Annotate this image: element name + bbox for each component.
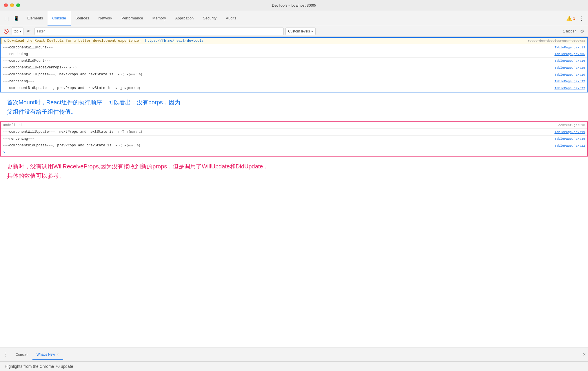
tab-application[interactable]: Application xyxy=(171,11,199,26)
close-drawer-button[interactable]: × xyxy=(582,352,586,358)
row-source[interactable]: react-dom.development.js:20723 xyxy=(523,38,585,43)
tab-sources[interactable]: Sources xyxy=(71,11,94,26)
annotation-1-text: 首次Mount时，React组件的执行顺序，可以看出，没有porps，因为父组件… xyxy=(7,99,180,115)
row-source[interactable]: content.js:390 xyxy=(554,123,585,128)
console-output: ⚠ Download the React DevTools for a bett… xyxy=(0,37,588,348)
eye-icon-button[interactable]: 👁 xyxy=(25,28,33,35)
annotation-1: 首次Mount时，React组件的执行顺序，可以看出，没有porps，因为父组件… xyxy=(0,93,588,121)
hidden-count: 1 hidden xyxy=(563,29,576,33)
drawer-footer-text: Highlights from the Chrome 70 update xyxy=(5,364,73,369)
red-section: undefined content.js:390 ---componentWil… xyxy=(0,121,588,157)
tab-performance[interactable]: Performance xyxy=(117,11,148,26)
nav-icons: ⬚ 📱 xyxy=(2,14,20,23)
mobile-icon: 📱 xyxy=(13,16,19,21)
row-source[interactable]: TablePage.jsx:22 xyxy=(550,86,585,91)
blue-section: ⚠ Download the React DevTools for a bett… xyxy=(0,37,588,92)
table-row: ---componentWillMount--- TablePage.jsx:1… xyxy=(1,44,587,51)
row-source[interactable]: TablePage.jsx:19 xyxy=(550,130,585,135)
cursor-icon: ⬚ xyxy=(4,16,9,21)
drawer-footer: Highlights from the Chrome 70 update xyxy=(0,361,588,371)
console-settings-button[interactable]: ⚙ xyxy=(578,28,586,35)
close-whats-new-button[interactable]: × xyxy=(57,352,59,357)
chevron-down-icon-2: ▾ xyxy=(311,29,313,33)
minimize-light[interactable] xyxy=(10,3,14,7)
table-row: ---rendening--- TablePage.jsx:35 xyxy=(1,136,587,142)
warning-count: 1 xyxy=(573,16,575,21)
bottom-tab-whats-new[interactable]: What's New × xyxy=(32,350,63,360)
annotation-2-text: 更新时，没有调用WillReceiveProps,因为没有接收到新的props，… xyxy=(7,163,269,179)
devtools-panel: ⬚ 📱 Elements Console Sources Network Per… xyxy=(0,11,588,371)
kebab-icon: ⋮ xyxy=(579,15,584,22)
console-toolbar: 🚫 top ▾ 👁 Custom levels ▾ 1 hidden ⚙ xyxy=(0,26,588,37)
table-row: ---componentDidUpdate---, prevProps and … xyxy=(1,85,587,92)
row-source[interactable]: TablePage.jsx:22 xyxy=(550,143,585,148)
annotation-2: 更新时，没有调用WillReceiveProps,因为没有接收到新的props，… xyxy=(0,157,588,185)
table-row: ⚠ Download the React DevTools for a bett… xyxy=(1,38,587,44)
context-selector[interactable]: top ▾ xyxy=(12,28,23,35)
mobile-icon-btn[interactable]: 📱 xyxy=(12,14,20,23)
table-row: ---componentWillReceiveProps--- ▶ {} Tab… xyxy=(1,64,587,71)
traffic-lights xyxy=(4,3,20,7)
bottom-dots-icon[interactable]: ⋮ xyxy=(2,351,9,359)
row-source[interactable]: TablePage.jsx:19 xyxy=(550,72,585,77)
table-row: undefined content.js:390 xyxy=(1,122,587,129)
row-source[interactable]: TablePage.jsx:35 xyxy=(550,79,585,84)
row-source[interactable]: TablePage.jsx:35 xyxy=(550,136,585,141)
title-bar: DevTools - localhost:3000/ xyxy=(0,0,588,11)
cursor-icon-btn[interactable]: ⬚ xyxy=(2,14,10,23)
table-row: ---componentWillUpdate---, nextProps and… xyxy=(1,71,587,78)
bottom-left: ⋮ xyxy=(2,351,9,359)
react-devtools-link[interactable]: https://fb.me/react-devtools xyxy=(145,39,204,43)
table-row: ---componentDidUpdate---, prevProps and … xyxy=(1,142,587,149)
row-source[interactable]: TablePage.jsx:25 xyxy=(550,65,585,70)
context-value: top xyxy=(14,29,19,33)
warn-icon: ⚠ xyxy=(4,38,6,43)
warning-icon: ⚠️ xyxy=(566,16,572,21)
maximize-light[interactable] xyxy=(16,3,20,7)
nav-right: ⚠️ 1 ⋮ xyxy=(566,14,586,23)
tab-security[interactable]: Security xyxy=(198,11,221,26)
filter-input[interactable] xyxy=(34,28,284,35)
close-light[interactable] xyxy=(4,3,8,7)
tab-memory[interactable]: Memory xyxy=(148,11,171,26)
clear-console-button[interactable]: 🚫 xyxy=(2,28,10,35)
tab-network[interactable]: Network xyxy=(94,11,117,26)
table-row: ---componentWillUpdate---, nextProps and… xyxy=(1,129,587,136)
row-source[interactable]: TablePage.jsx:16 xyxy=(550,58,585,63)
table-row: ---rendening--- TablePage.jsx:35 xyxy=(1,78,587,85)
window-title: DevTools - localhost:3000/ xyxy=(272,3,316,8)
console-prompt-row[interactable]: > xyxy=(1,149,587,156)
gear-icon: ⚙ xyxy=(580,29,584,34)
more-options-button[interactable]: ⋮ xyxy=(578,14,586,23)
prompt-chevron-icon: > xyxy=(3,150,5,155)
bottom-tab-console[interactable]: Console xyxy=(12,350,32,360)
bottom-panel: ⋮ Console What's New × × xyxy=(0,348,588,361)
table-row: ---componentDidMount--- TablePage.jsx:16 xyxy=(1,58,587,64)
clear-icon: 🚫 xyxy=(3,29,9,34)
eye-icon: 👁 xyxy=(27,29,31,34)
row-source[interactable]: TablePage.jsx:13 xyxy=(550,45,585,50)
custom-levels-label: Custom levels xyxy=(288,29,310,33)
nav-tabs: ⬚ 📱 Elements Console Sources Network Per… xyxy=(0,11,588,26)
chevron-down-icon: ▾ xyxy=(20,29,21,33)
tab-console[interactable]: Console xyxy=(48,11,71,26)
tab-audits[interactable]: Audits xyxy=(221,11,241,26)
tab-elements[interactable]: Elements xyxy=(23,11,48,26)
table-row: ---rendening--- TablePage.jsx:35 xyxy=(1,51,587,58)
warning-badge[interactable]: ⚠️ 1 xyxy=(566,16,575,21)
custom-levels-button[interactable]: Custom levels ▾ xyxy=(285,28,315,35)
row-source[interactable]: TablePage.jsx:35 xyxy=(550,52,585,57)
